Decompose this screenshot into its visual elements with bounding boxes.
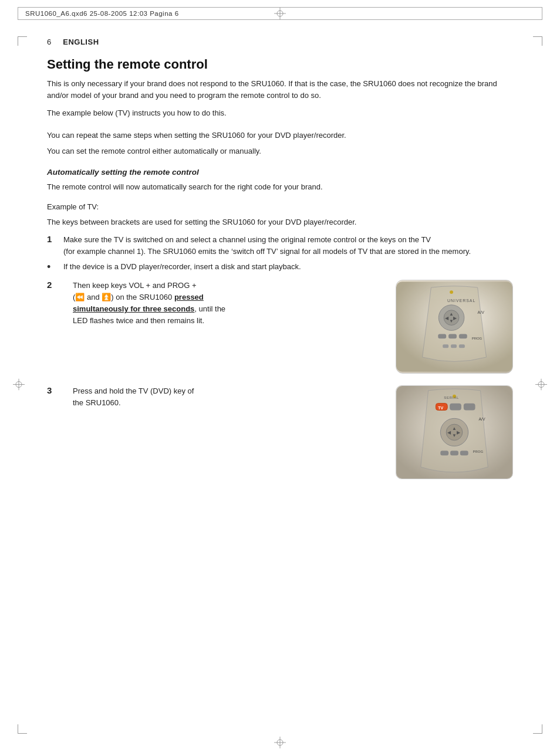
- page: SRU1060_A6.qxd6 25-08-2005 12:03 Pagina …: [0, 7, 560, 756]
- svg-text:▼: ▼: [452, 433, 457, 438]
- intro-para-2: The example below (TV) instructs you how…: [47, 107, 513, 119]
- step-3-image: TV SERIAL ▲ ▼ ◀ ▶: [396, 385, 513, 479]
- intro-para-4: You can set the remote control either au…: [47, 145, 513, 157]
- main-content: 6 ENGLISH Setting the remote control Thi…: [47, 38, 513, 479]
- svg-rect-25: [459, 344, 465, 348]
- page-number: 6: [47, 38, 51, 46]
- example-label: Example of TV:: [47, 201, 513, 213]
- corner-mark-tr: [533, 36, 542, 46]
- bullet-text: If the device is a DVD player/recorder, …: [63, 261, 301, 274]
- svg-text:A/V: A/V: [478, 310, 485, 314]
- svg-text:◀: ◀: [447, 430, 451, 435]
- main-heading: Setting the remote control: [47, 57, 513, 72]
- svg-rect-44: [460, 451, 468, 456]
- svg-rect-33: [450, 404, 461, 411]
- svg-rect-23: [443, 344, 448, 348]
- step-2-content: Then keep keys VOL + and PROG + (⏪ and ⏫…: [73, 280, 386, 327]
- step-2-row: 2 Then keep keys VOL + and PROG + (⏪ and…: [47, 280, 513, 374]
- step-1: 1 Make sure the TV is switched on and se…: [47, 234, 513, 257]
- step-2-image: UNIVERSAL ▲ ▼ ◀ ▶: [396, 280, 513, 374]
- bullet-item-dvd: • If the device is a DVD player/recorder…: [47, 261, 513, 274]
- svg-text:TV: TV: [438, 406, 443, 410]
- corner-mark-tl: [18, 36, 27, 46]
- svg-rect-24: [451, 344, 457, 348]
- step-1-number: 1: [47, 234, 63, 244]
- step-3-text: Press and hold the TV (DVD) key of the S…: [73, 387, 194, 407]
- intro-para-3: You can repeat the same steps when setti…: [47, 130, 513, 141]
- svg-rect-34: [464, 404, 475, 411]
- step-2-number: 2: [47, 280, 63, 290]
- svg-text:UNIVERSAL: UNIVERSAL: [447, 299, 475, 303]
- step-1-text: Make sure the TV is switched on and sele…: [63, 234, 513, 257]
- page-number-section: 6 ENGLISH: [47, 38, 513, 46]
- svg-text:▶: ▶: [457, 430, 461, 435]
- corner-mark-bl: [18, 724, 27, 734]
- example-text: The keys between brackets are used for s…: [47, 216, 513, 228]
- svg-rect-20: [438, 334, 446, 338]
- svg-text:SERIAL: SERIAL: [444, 396, 459, 399]
- left-crosshair: [13, 378, 25, 392]
- svg-text:PROG: PROG: [472, 337, 483, 340]
- right-crosshair: [535, 378, 547, 392]
- svg-point-26: [450, 290, 453, 294]
- svg-text:▶: ▶: [453, 316, 457, 321]
- step-3-row: 3 Press and hold the TV (DVD) key of the…: [47, 385, 513, 479]
- svg-text:▲: ▲: [452, 426, 457, 431]
- svg-rect-42: [440, 451, 448, 456]
- svg-text:A/V: A/V: [478, 417, 485, 421]
- step-3-number: 3: [47, 385, 63, 395]
- intro-para-1: This is only necessary if your brand doe…: [47, 78, 513, 101]
- svg-rect-21: [448, 334, 457, 338]
- header-bar: SRU1060_A6.qxd6 25-08-2005 12:03 Pagina …: [18, 7, 542, 20]
- svg-rect-22: [459, 334, 467, 338]
- auto-section-heading: Automatically setting the remote control: [47, 168, 513, 177]
- bullet-symbol: •: [47, 261, 63, 274]
- step-3-content: Press and hold the TV (DVD) key of the S…: [73, 385, 386, 409]
- corner-mark-br: [533, 724, 542, 734]
- header-crosshair: [274, 8, 286, 19]
- svg-rect-43: [450, 451, 458, 456]
- section-label: ENGLISH: [63, 38, 99, 46]
- bottom-crosshair: [274, 737, 286, 750]
- auto-section-description: The remote control will now automaticall…: [47, 181, 513, 193]
- svg-text:PROG: PROG: [473, 450, 484, 453]
- svg-text:◀: ◀: [445, 316, 449, 321]
